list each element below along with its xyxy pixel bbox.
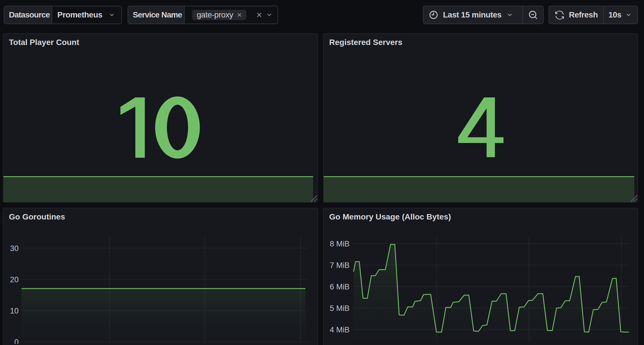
svg-text:4 MiB: 4 MiB — [330, 326, 350, 334]
svg-text:6 MiB: 6 MiB — [330, 283, 350, 291]
svg-text:0: 0 — [14, 338, 19, 344]
svg-text:10: 10 — [10, 307, 19, 315]
svg-text:7 MiB: 7 MiB — [330, 261, 350, 270]
svg-text:30: 30 — [10, 244, 19, 253]
svg-text:5 MiB: 5 MiB — [330, 304, 350, 313]
svg-text:8 MiB: 8 MiB — [330, 240, 350, 248]
svg-text:20: 20 — [10, 275, 19, 284]
